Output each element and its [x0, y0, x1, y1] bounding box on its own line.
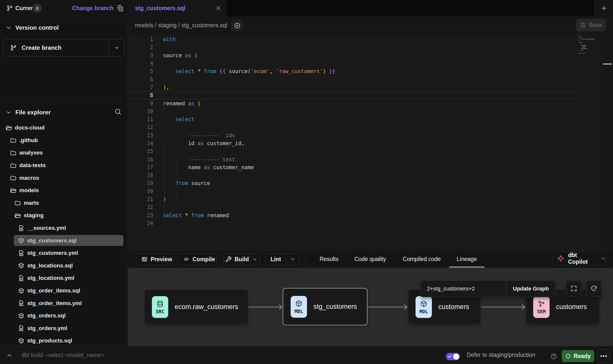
tree-item-models[interactable]: models [0, 184, 128, 197]
line-number[interactable]: 4 [128, 60, 163, 66]
line-number[interactable]: 7 [128, 84, 163, 90]
search-icon[interactable] [114, 108, 122, 115]
tab-results[interactable]: Results [320, 250, 339, 268]
tree-item-stg-products-sql[interactable]: stg_products.sql [0, 335, 128, 347]
change-branch-link[interactable]: Change branch [72, 0, 113, 16]
code-line-12[interactable]: 12 [128, 123, 577, 131]
lint-dropdown[interactable] [286, 254, 299, 265]
tree-item-stg-locations-yml[interactable]: stg_locations.yml [0, 272, 128, 285]
tree-item-marts[interactable]: marts [0, 197, 128, 209]
line-number[interactable]: 17 [128, 164, 163, 170]
update-graph-button[interactable]: Update Graph [506, 281, 555, 297]
defer-toggle[interactable] [446, 353, 460, 360]
line-number[interactable]: 2 [128, 44, 163, 50]
lint-button[interactable]: Lint [266, 253, 299, 265]
tree-item-stg-orders-yml[interactable]: stg_orders.yml [0, 322, 128, 335]
tree-item-stg-locations-sql[interactable]: stg_locations.sql [0, 260, 128, 272]
tab-code-quality[interactable]: Code quality [354, 250, 386, 268]
code-editor[interactable]: 1with23source as (45 select * from {{ so… [128, 34, 613, 250]
ready-status-button[interactable]: Ready [562, 350, 594, 362]
code-line-24[interactable]: 24 [128, 219, 577, 227]
build-dropdown[interactable] [250, 254, 260, 265]
line-number[interactable]: 15 [128, 148, 163, 154]
editor-minimap[interactable] [579, 36, 602, 249]
tree-item-macros[interactable]: macros [0, 172, 128, 184]
code-line-11[interactable]: 11 select [128, 115, 577, 123]
line-number[interactable]: 24 [128, 220, 163, 226]
code-line-20[interactable]: 20 [128, 187, 577, 195]
more-options-button[interactable]: ••• [598, 349, 610, 363]
code-line-22[interactable]: 22 [128, 203, 577, 211]
lineage-filter-input[interactable] [420, 281, 506, 297]
help-icon[interactable] [551, 353, 557, 360]
build-button[interactable]: Build [224, 253, 260, 265]
version-control-section-header[interactable]: Version control [0, 21, 128, 35]
model-navigate-button[interactable] [231, 20, 243, 31]
lineage-panel[interactable]: SRCecom.raw_customersMDLstg_customersMDL… [128, 268, 613, 346]
code-line-19[interactable]: 19 from source [128, 179, 577, 187]
compile-button[interactable]: Compile [178, 253, 217, 265]
tree-item-stg-order-items-yml[interactable]: stg_order_items.yml [0, 297, 128, 310]
tab-compiled-code[interactable]: Compiled code [403, 250, 441, 268]
code-line-6[interactable]: 6 [128, 75, 577, 83]
line-number[interactable]: 14 [128, 140, 163, 146]
line-number[interactable]: 22 [128, 204, 163, 210]
editor-overview-ruler[interactable] [603, 35, 613, 250]
code-line-18[interactable]: 18 [128, 171, 577, 179]
code-line-16[interactable]: 16 ---------- text [128, 155, 577, 163]
preview-button[interactable]: Preview [136, 253, 174, 265]
tree-item-stg-customers-sql[interactable]: stg_customers.sql [0, 234, 128, 247]
code-line-15[interactable]: 15 [128, 147, 577, 155]
line-number[interactable]: 12 [128, 124, 163, 130]
line-number[interactable]: 10 [128, 108, 163, 114]
new-tab-button[interactable] [594, 0, 613, 16]
code-line-8[interactable]: 8 [128, 91, 577, 99]
line-number[interactable]: 18 [128, 172, 163, 178]
tree-item--github[interactable]: .github [0, 134, 128, 147]
fullscreen-button[interactable] [566, 280, 582, 297]
save-button[interactable]: Save [576, 19, 606, 31]
dbt-copilot-button[interactable]: dbt Copilot [552, 252, 606, 265]
lineage-node-stg-customers[interactable]: MDLstg_customers [283, 288, 367, 325]
code-line-3[interactable]: 3source as ( [128, 52, 577, 59]
line-number[interactable]: 20 [128, 188, 163, 194]
tree-item-stg-order-items-sql[interactable]: stg_order_items.sql [0, 285, 128, 297]
code-line-9[interactable]: 9renamed as ( [128, 99, 577, 107]
tree-item-analyses[interactable]: analyses [0, 147, 128, 159]
dbt-command-input[interactable] [21, 346, 269, 364]
copy-icon[interactable] [116, 4, 124, 12]
close-icon[interactable] [215, 5, 222, 11]
line-number[interactable]: 5 [128, 68, 163, 74]
tree-item-stg-customers-yml[interactable]: stg_customers.yml [0, 247, 128, 260]
code-line-1[interactable]: 1with [128, 35, 577, 43]
line-number[interactable]: 11 [128, 116, 163, 122]
lineage-node-ecom-raw-customers[interactable]: SRCecom.raw_customers [144, 289, 248, 325]
file-explorer-section-header[interactable]: File explorer [0, 105, 128, 119]
code-line-10[interactable]: 10 [128, 107, 577, 115]
line-number[interactable]: 16 [128, 156, 163, 162]
line-number[interactable]: 9 [128, 101, 163, 106]
line-number[interactable]: 13 [128, 132, 163, 138]
line-number[interactable]: 6 [128, 77, 163, 82]
code-line-5[interactable]: 5 select * from {{ source('ecom', 'raw_c… [128, 67, 577, 75]
create-branch-dropdown[interactable] [109, 39, 124, 56]
tree-item-stg-orders-sql[interactable]: stg_orders.sql [0, 310, 128, 322]
code-line-17[interactable]: 17 name as customer_name [128, 163, 577, 171]
line-number[interactable]: 23 [128, 212, 163, 218]
tab-lineage[interactable]: Lineage [457, 250, 477, 268]
create-branch-main[interactable]: Create branch [3, 39, 109, 56]
code-line-2[interactable]: 2 [128, 43, 577, 51]
refresh-button[interactable] [586, 280, 602, 297]
tree-item-data-tests[interactable]: data-tests [0, 159, 128, 172]
line-number[interactable]: 8 [128, 92, 163, 98]
code-line-13[interactable]: 13 ---------- ids [128, 131, 577, 139]
tree-item-staging[interactable]: staging [0, 209, 128, 222]
code-line-4[interactable]: 4 [128, 59, 577, 67]
tab-stg-customers-sql[interactable]: stg_customers.sql [128, 0, 227, 16]
code-line-7[interactable]: 7), [128, 83, 577, 91]
code-line-21[interactable]: 21) [128, 195, 577, 203]
line-number[interactable]: 3 [128, 52, 163, 58]
tree-item--sources-yml[interactable]: __sources.yml [0, 222, 128, 234]
code-line-23[interactable]: 23select * from renamed [128, 211, 577, 219]
line-number[interactable]: 1 [128, 36, 163, 42]
